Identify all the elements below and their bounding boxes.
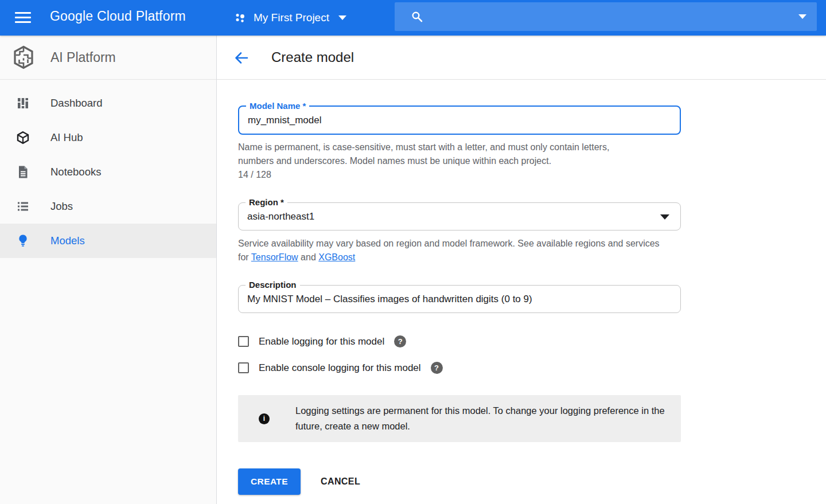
page-header: Create model [217,36,826,80]
enable-logging-checkbox[interactable] [238,336,249,347]
sidebar-item-models[interactable]: Models [0,224,216,258]
region-select[interactable]: Region * asia-northeast1 [238,202,681,230]
lightbulb-icon [15,234,30,248]
project-selector[interactable]: My First Project [234,0,346,36]
character-counter: 14 / 128 [238,168,826,182]
sidebar-item-dashboard[interactable]: Dashboard [0,86,216,120]
search-dropdown-caret-icon[interactable] [798,14,806,19]
description-label: Description [246,280,300,290]
region-helper-mid: and [298,252,319,262]
model-name-field[interactable]: Model Name * [238,106,681,135]
form-actions: CREATE CANCEL [238,468,826,495]
main-content: Create model Model Name * Name is perman… [217,36,826,504]
ai-platform-logo-icon [10,45,37,70]
search-input[interactable] [431,11,798,22]
help-icon[interactable]: ? [394,335,406,347]
model-name-label: Model Name * [246,101,309,111]
sidebar-item-ai-hub[interactable]: AI Hub [0,120,216,155]
create-model-form: Model Name * Name is permanent, is case-… [217,106,826,495]
region-helper-text: Service availability may vary based on r… [238,237,667,264]
sidebar-item-label: AI Hub [50,131,83,144]
notebooks-icon [15,165,30,179]
project-icon [234,12,246,24]
cancel-button[interactable]: CANCEL [321,476,360,487]
sidebar-item-label: Models [50,235,85,247]
sidebar-item-notebooks[interactable]: Notebooks [0,155,216,189]
jobs-icon [15,200,30,213]
region-label: Region * [246,197,287,208]
hamburger-menu-icon[interactable] [15,12,31,24]
search-icon [411,10,423,23]
project-name: My First Project [254,11,329,24]
info-icon: i [259,413,270,424]
logging-info-text: Logging settings are permanent for this … [295,403,665,434]
description-field[interactable]: Description [238,285,681,313]
sidebar-item-label: Dashboard [50,97,103,110]
sidebar-item-jobs[interactable]: Jobs [0,189,216,224]
description-input[interactable] [239,286,680,312]
help-icon[interactable]: ? [431,362,443,374]
logging-info-banner: i Logging settings are permanent for thi… [238,395,681,442]
app-title: Google Cloud Platform [50,9,186,24]
sidebar-header: AI Platform [0,36,216,80]
search-bar[interactable] [395,2,817,31]
topbar: Google Cloud Platform My First Project [0,0,826,36]
chevron-down-icon [338,15,346,20]
enable-logging-row: Enable logging for this model ? [238,335,826,347]
sidebar-item-label: Jobs [50,200,73,213]
page-title: Create model [271,49,354,65]
dashboard-icon [15,96,30,110]
enable-console-logging-checkbox[interactable] [238,362,249,373]
create-button[interactable]: CREATE [238,468,301,495]
xgboost-link[interactable]: XGBoost [318,252,355,262]
enable-logging-label: Enable logging for this model [259,336,384,347]
tensorflow-link[interactable]: TensorFlow [251,252,298,262]
region-selected-value: asia-northeast1 [239,203,680,230]
model-name-helper-text: Name is permanent, is case-sensitive, mu… [238,140,640,168]
enable-console-logging-row: Enable console logging for this model ? [238,362,826,374]
sidebar-item-label: Notebooks [50,166,101,178]
sidebar-nav: Dashboard AI Hub Notebook [0,86,216,258]
ai-hub-icon [15,131,30,144]
back-arrow-icon[interactable] [233,50,249,68]
enable-console-logging-label: Enable console logging for this model [259,362,421,374]
sidebar: AI Platform Dashboard AI Hub [0,36,217,504]
select-caret-icon [660,214,669,220]
sidebar-title: AI Platform [50,50,116,65]
